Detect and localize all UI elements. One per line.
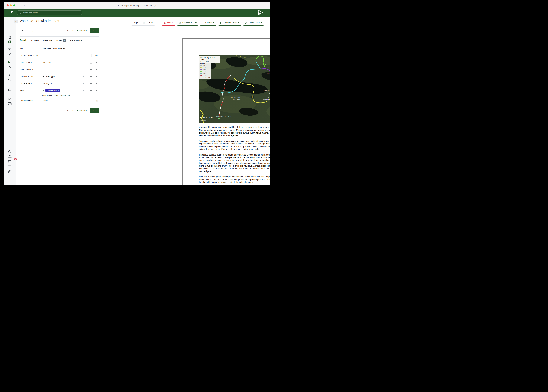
correspondent-suggestions-button[interactable] (94, 67, 99, 72)
custom-fields-button[interactable]: Custom Fields (218, 20, 241, 26)
add-document-type-button[interactable] (88, 74, 94, 79)
previous-document-button[interactable]: ← (25, 28, 30, 34)
date-suggestions-button[interactable] (94, 60, 99, 65)
save-button[interactable]: Save (90, 108, 99, 113)
pdf-page: New York Island Gary Island Hausons Isla… (183, 39, 270, 185)
island-label: Norway Island (270, 99, 270, 100)
storage-path-select[interactable]: Testing 12 ✕ (41, 81, 89, 86)
sidebar-item-correspondents[interactable] (8, 74, 11, 77)
tags-select[interactable]: ✕ TagWithPartial ✕ (41, 88, 89, 93)
sidebar-item-help[interactable] (8, 170, 11, 174)
asn-stepper[interactable]: ▲▼ (91, 54, 93, 57)
user-menu[interactable] (257, 10, 264, 15)
tab-metadata[interactable]: Metadata (43, 39, 52, 43)
sidebar-item-tags[interactable] (8, 78, 11, 82)
title-input[interactable]: 2sample-pdf-with-images (41, 46, 99, 51)
fancy-number-input[interactable]: 12.3456 ▲▼ (41, 98, 99, 103)
sidebar-item-logs[interactable] (8, 165, 11, 168)
tab-details[interactable]: Details (20, 39, 27, 43)
paperless-logo-icon[interactable] (9, 10, 14, 15)
close-document-button[interactable]: ✕ (20, 28, 25, 34)
home-icon (8, 36, 11, 39)
funnel-icon (8, 53, 11, 56)
page-title: 2sample-pdf-with-images (20, 19, 59, 23)
download-dropdown-button[interactable] (194, 20, 198, 26)
funnel-icon (8, 48, 11, 51)
add-tag-button[interactable] (88, 88, 94, 93)
page-stepper[interactable]: ▲▼ (143, 21, 145, 24)
island-label: Mile Island (216, 116, 223, 117)
next-document-button[interactable]: → (30, 28, 35, 34)
search-icon (19, 12, 21, 14)
discard-button[interactable]: Discard (64, 28, 75, 34)
add-storage-path-button[interactable] (88, 81, 94, 86)
link-icon (245, 21, 247, 24)
legend-entry: Day 4 (200, 71, 210, 73)
sidebar-item-documents-copy[interactable] (8, 98, 11, 101)
date-created-input[interactable]: 03/27/2022 (41, 60, 89, 65)
page-number-input[interactable]: 1 (141, 21, 143, 24)
document-detail-form: ✕ ← → Discard Save & next Save DetailsCo… (20, 25, 100, 113)
route-dots-icon (200, 71, 202, 73)
suggested-tag-link[interactable]: Another Sample Tag (53, 94, 71, 96)
save-button[interactable]: Save (90, 28, 99, 34)
island-label: Hausons Island (267, 73, 270, 74)
asn-plus-one-button[interactable]: +1 (94, 53, 99, 58)
sidebar-item-home[interactable] (8, 36, 11, 39)
actions-button[interactable]: Actions (200, 20, 216, 26)
clear-icon[interactable]: ✕ (82, 82, 85, 85)
share-icon[interactable] (264, 4, 267, 7)
tab-content[interactable]: Content (31, 39, 39, 43)
sidebar-item-storage-paths[interactable] (8, 88, 11, 91)
delete-button[interactable]: Delete (162, 20, 175, 26)
tags-suggestions-button[interactable] (94, 88, 99, 93)
share-links-button[interactable]: Share Links (243, 20, 264, 26)
add-correspondent-button[interactable] (88, 67, 94, 72)
calendar-icon (90, 61, 93, 64)
discard-button[interactable]: Discard (64, 108, 75, 113)
document-type-suggestions-button[interactable] (94, 74, 99, 79)
page-navigator: Page 1 ▲▼ of 10 (131, 20, 155, 26)
remove-tag-icon[interactable]: ✕ (43, 89, 44, 91)
user-avatar-icon (257, 10, 261, 15)
pdf-viewer-frame[interactable]: New York Island Gary Island Hausons Isla… (182, 38, 270, 185)
correspondent-select[interactable] (41, 67, 89, 72)
sidebar-item-close-document[interactable] (8, 65, 11, 68)
sidebar-item-users-groups[interactable] (8, 155, 12, 158)
person-icon (8, 74, 11, 77)
clear-icon[interactable]: ✕ (82, 89, 85, 92)
calendar-button[interactable] (88, 60, 94, 65)
clear-icon[interactable]: ✕ (82, 75, 85, 78)
paragraph: Curabitur bibendum ante urna, sed blandi… (199, 126, 270, 137)
save-button-group-bottom: Discard Save & next Save (64, 108, 99, 113)
sidebar-item-documents[interactable] (8, 40, 11, 43)
search-input[interactable] (22, 12, 80, 14)
tab-permissions[interactable]: Permissions (70, 39, 82, 43)
download-button[interactable]: Download (177, 20, 194, 26)
document-type-select[interactable]: Another Type ✕ (41, 74, 89, 79)
sidebar-item-saved-views[interactable] (8, 48, 11, 51)
fancy-number-stepper[interactable]: ▲▼ (96, 100, 98, 102)
save-next-button[interactable]: Save & next (75, 28, 90, 34)
storage-path-suggestions-button[interactable] (94, 81, 99, 86)
tag-chip[interactable]: TagWithPartial (45, 89, 60, 92)
map-text-annotation: Text (250, 96, 253, 98)
asn-input[interactable]: ▲▼ (41, 53, 94, 58)
sidebar-item-open-document[interactable] (8, 60, 11, 64)
tree-icon (200, 77, 202, 79)
legend-label: Entry Point 24 (203, 77, 210, 78)
map-legend: Legend Day 1Day 2Day 3Day 4Day 5Day 6Ent… (199, 62, 211, 79)
sidebar-item-filter[interactable] (8, 53, 11, 56)
sidebar-item-settings[interactable] (8, 150, 11, 154)
sidebar-item-custom-fields[interactable] (8, 93, 11, 96)
plus-icon (90, 90, 92, 91)
sidebar-item-mail[interactable] (8, 102, 12, 105)
sidebar-expand-button[interactable]: » (14, 20, 18, 23)
tab-notes[interactable]: Notes1 (56, 39, 66, 43)
sidebar-item-asn[interactable] (8, 83, 11, 86)
save-next-button[interactable]: Save & next (75, 108, 90, 113)
ellipsis-icon (202, 22, 204, 23)
sidebar-item-tasks[interactable]: 16 (8, 160, 11, 163)
envelope-icon (8, 102, 12, 105)
app-window: ‹ › 2sample-pdf-with-images - Paperless-… (4, 2, 270, 185)
